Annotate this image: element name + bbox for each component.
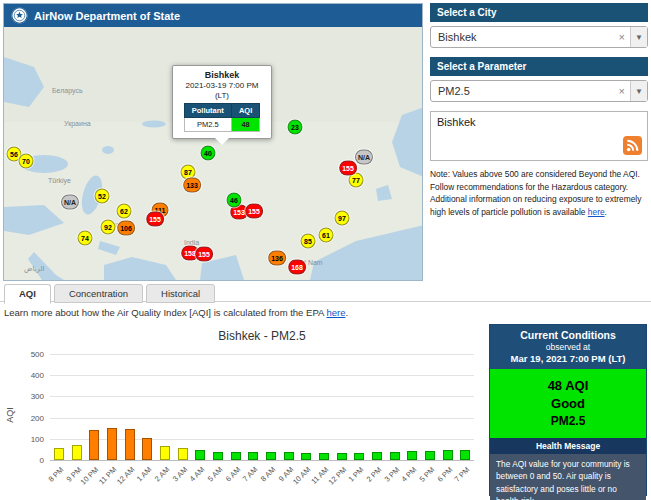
map-aqi-marker[interactable]: 106 (117, 221, 135, 236)
chart-bar (107, 428, 117, 460)
chart-bar (354, 453, 364, 460)
chart-gridline (50, 460, 474, 461)
parameter-select[interactable]: PM2.5 × ▼ (430, 80, 648, 102)
feed-city-label: Bishkek (437, 116, 476, 128)
chart-bar (372, 452, 382, 460)
map-panel: AirNow Department of State (3, 3, 423, 281)
rss-feed-box: Bishkek (430, 111, 648, 161)
aqi-bar-chart: Bishkek - PM2.5 AQI 01002003004005008 PM… (4, 322, 484, 498)
popup-timezone: (LT) (176, 91, 268, 100)
chart-gridline (50, 375, 474, 376)
chart-bar (319, 453, 329, 460)
y-tick-label: 0 (40, 456, 44, 465)
chart-bar (407, 451, 417, 460)
tab-historical[interactable]: Historical (146, 284, 215, 303)
parameter-select-value: PM2.5 (431, 85, 614, 97)
map-aqi-marker[interactable]: 136 (268, 251, 286, 266)
select-parameter-header: Select a Parameter (430, 57, 648, 76)
chart-bar (178, 448, 188, 460)
chart-bar (301, 453, 311, 460)
map-aqi-marker[interactable]: 40 (201, 146, 216, 161)
chart-bar (266, 452, 276, 460)
map-aqi-marker[interactable]: 74 (78, 231, 93, 246)
chart-gridline (50, 418, 474, 419)
map-panel-title: AirNow Department of State (34, 10, 180, 22)
clear-parameter-icon[interactable]: × (614, 85, 630, 97)
chevron-down-icon[interactable]: ▼ (630, 81, 647, 101)
rss-icon[interactable] (623, 136, 642, 155)
popup-city: Bishkek (176, 70, 268, 80)
view-tabs: AQI Concentration Historical (4, 284, 215, 303)
chart-bar (284, 452, 294, 460)
chart-gridline (50, 354, 474, 355)
popup-datetime: 2021-03-19 7:00 PM (176, 81, 268, 90)
map-aqi-marker[interactable]: 155 (245, 204, 263, 219)
chart-gridline (50, 396, 474, 397)
map-aqi-marker[interactable]: N/A (355, 150, 373, 165)
map-aqi-marker[interactable]: 46 (227, 193, 242, 208)
chart-bar (248, 452, 258, 460)
tab-aqi[interactable]: AQI (4, 284, 51, 304)
current-conditions-panel: Current Conditions observed at Mar 19, 2… (489, 324, 647, 496)
chart-bar (54, 448, 64, 460)
chart-bar (89, 430, 99, 460)
note-link[interactable]: here (588, 207, 605, 217)
learn-more-line: Learn more about how the Air Quality Ind… (4, 307, 348, 318)
map-place-label: Украина (64, 120, 91, 127)
aqi-note: Note: Values above 500 are considered Be… (430, 168, 648, 218)
y-tick-label: 100 (31, 434, 44, 443)
city-select[interactable]: Bishkek × ▼ (430, 26, 648, 48)
map-aqi-marker[interactable]: 92 (101, 220, 116, 235)
tab-concentration[interactable]: Concentration (54, 284, 143, 303)
map-aqi-marker[interactable]: 97 (335, 211, 350, 226)
current-aqi-box: 48 AQI Good PM2.5 (490, 369, 646, 438)
health-message-text: The AQI value for your community is betw… (490, 454, 646, 500)
map-aqi-marker[interactable]: 61 (319, 228, 334, 243)
chevron-down-icon[interactable]: ▼ (630, 27, 647, 47)
map-aqi-marker[interactable]: 168 (288, 260, 306, 275)
epa-link[interactable]: here (326, 307, 345, 318)
state-department-seal-icon (11, 7, 28, 24)
clear-city-icon[interactable]: × (614, 31, 630, 43)
chart-bar (213, 452, 223, 460)
popup-col-pollutant: Pollutant (184, 104, 231, 118)
chart-title: Bishkek - PM2.5 (50, 329, 474, 343)
current-pollutant: PM2.5 (490, 414, 646, 428)
map-aqi-marker[interactable]: 23 (288, 120, 303, 135)
popup-aqi-value: 48 (231, 118, 259, 132)
current-conditions-header: Current Conditions observed at Mar 19, 2… (490, 325, 646, 369)
map-aqi-marker[interactable]: 155 (339, 161, 357, 176)
map-popup: Bishkek 2021-03-19 7:00 PM (LT) Pollutan… (172, 65, 272, 139)
learn-more-text: Learn more about how the Air Quality Ind… (4, 307, 326, 318)
learn-more-period: . (345, 307, 348, 318)
map-aqi-marker[interactable]: 85 (301, 234, 316, 249)
popup-col-aqi: AQI (231, 104, 259, 118)
observed-at-label: observed at (492, 342, 644, 352)
chart-bar (460, 450, 470, 460)
map-aqi-marker[interactable]: N/A (61, 195, 79, 210)
map-aqi-marker[interactable]: 155 (146, 212, 164, 227)
chart-bar (125, 429, 135, 460)
map-aqi-marker[interactable]: 52 (95, 189, 110, 204)
map-aqi-marker[interactable]: 70 (19, 154, 34, 169)
map-canvas[interactable]: БеларусьУкраинаTürkiyeIranIndiaViệt Namا… (4, 27, 422, 280)
chart-bar (390, 452, 400, 460)
city-select-value: Bishkek (431, 31, 614, 43)
y-tick-label: 200 (31, 413, 44, 422)
popup-pollutant-value: PM2.5 (184, 118, 231, 132)
y-tick-label: 300 (31, 392, 44, 401)
map-aqi-marker[interactable]: 62 (117, 204, 132, 219)
map-place-label: الرياض (24, 265, 44, 273)
map-place-label: Türkiye (48, 177, 71, 184)
map-aqi-marker[interactable]: 155 (195, 247, 213, 262)
map-place-label: Беларусь (52, 87, 83, 94)
current-aqi-value: 48 AQI (490, 378, 646, 393)
current-conditions-title: Current Conditions (492, 329, 644, 341)
chart-bar (425, 451, 435, 460)
note-text: Note: Values above 500 are considered Be… (430, 169, 641, 217)
observed-datetime: Mar 19, 2021 7:00 PM (LT) (492, 353, 644, 364)
y-tick-label: 500 (31, 350, 44, 359)
note-period: . (605, 207, 607, 217)
chart-bar (231, 452, 241, 460)
map-aqi-marker[interactable]: 133 (183, 178, 201, 193)
